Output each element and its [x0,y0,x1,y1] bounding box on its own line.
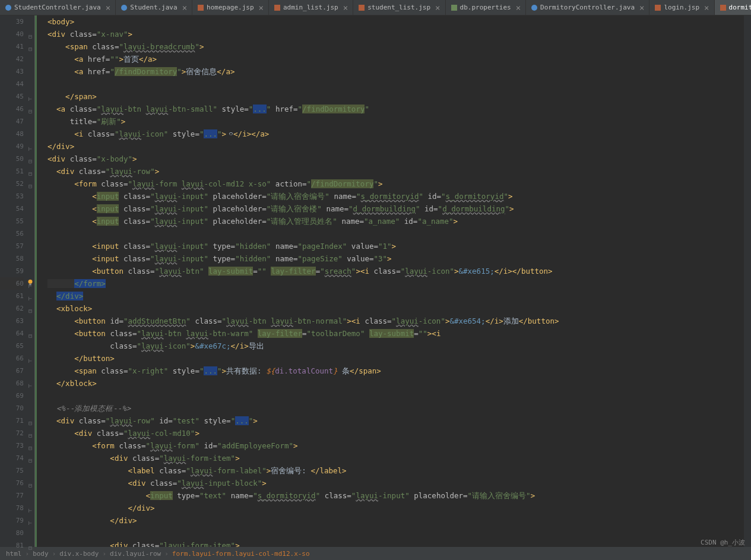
tab-label: db.properties [460,4,511,11]
tab-homepage[interactable]: homepage.jsp× [192,0,269,15]
line-number: 80 [0,527,24,539]
tab-db-properties[interactable]: db.properties× [446,0,527,15]
close-icon[interactable]: × [639,3,644,12]
breadcrumb-item-active[interactable]: form.layui-form.layui-col-md12.x-so [172,550,310,558]
code-editor[interactable]: <body> <div class="x-nav"> <span class="… [35,15,751,547]
line-number: 47 [0,115,24,128]
close-icon[interactable]: × [435,3,440,12]
line-number: 63 [0,315,24,327]
tab-label: homepage.jsp [207,4,253,11]
line-gutter: 39 40⊟ 41⊟ 42 43 44 45⊢ 46⊟ 47 48 49⊢ 50… [0,15,34,547]
fold-icon[interactable]: ⊟ [26,167,32,173]
line-number: 71⊟ [0,415,24,427]
fold-icon[interactable]: ⊟ [26,479,32,485]
tab-label: DormitoryController.java [540,4,635,11]
line-number: 42 [0,53,24,65]
breadcrumb-item[interactable]: body [33,550,49,558]
tab-admin-list[interactable]: admin_list.jsp× [269,0,353,15]
close-icon[interactable]: × [259,3,264,12]
fold-icon[interactable]: ⊟ [26,105,32,111]
tab-label: login.jsp [664,4,699,11]
fold-icon[interactable]: ⊟ [26,442,32,448]
line-number: 57 [0,240,24,252]
fold-icon[interactable]: ⊢ [26,504,32,510]
breadcrumb-item[interactable]: div.layui-row [110,550,161,558]
marker-strip[interactable] [744,15,751,547]
fold-icon[interactable]: ⊟ [26,43,32,49]
fold-icon[interactable]: ⊟ [26,155,32,161]
breadcrumb-item[interactable]: div.x-body [59,550,99,558]
line-number: 73⊟ [0,439,24,452]
fold-icon[interactable]: ⊢ [26,93,32,99]
tab-login[interactable]: login.jsp× [649,0,714,15]
line-number: 77 [0,489,24,502]
fold-icon[interactable]: ⊟ [26,180,32,186]
tab-label: dormitory_list.jsp [729,4,751,11]
svg-point-0 [28,280,33,284]
line-number: 58 [0,252,24,265]
svg-rect-1 [29,284,31,286]
line-number: 74⊟ [0,452,24,464]
line-number: 46⊟ [0,103,24,115]
line-number: 40⊟ [0,28,24,40]
fold-icon[interactable]: ⊢ [26,143,32,148]
line-number: 61⊢ [0,290,24,302]
editor-tabs: StudentController.java× Student.java× ho… [0,0,751,15]
line-number: 79⊢ [0,514,24,527]
line-number: 69 [0,390,24,402]
fold-icon[interactable]: ⊟ [26,30,32,36]
fold-icon[interactable]: ⊟ [26,305,32,311]
fold-icon[interactable]: ⊢ [26,379,32,385]
fold-icon[interactable]: ⊢ [26,355,32,360]
line-number: 70 [0,402,24,415]
intention-bulb-icon[interactable] [26,279,34,287]
close-icon[interactable]: × [182,3,187,12]
line-number: 68⊢ [0,377,24,390]
close-icon[interactable]: × [343,3,348,12]
tab-dormitory-controller[interactable]: DormitoryController.java× [526,0,649,15]
line-number: 64⊟ [0,327,24,340]
line-number: 60⊢ [0,277,24,290]
fold-icon[interactable]: ⊢ [26,517,32,523]
close-icon[interactable]: × [516,3,521,12]
line-number: 54 [0,203,24,215]
line-number: 45⊢ [0,90,24,103]
close-icon[interactable]: × [704,3,709,12]
tab-label: Student.java [130,4,177,11]
line-number: 43 [0,65,24,78]
tab-label: admin_list.jsp [283,4,338,11]
tab-student-controller[interactable]: StudentController.java× [0,0,116,15]
line-number: 53 [0,190,24,203]
line-number: 78⊢ [0,502,24,514]
fold-icon[interactable]: ⊟ [26,330,32,336]
tab-label: StudentController.java [14,4,101,11]
line-number: 49⊢ [0,140,24,153]
line-number: 55 [0,215,24,227]
line-number: 67 [0,365,24,377]
line-number: 62⊟ [0,302,24,315]
line-number: 44 [0,78,24,90]
line-number: 41⊟ [0,40,24,53]
line-number: 75 [0,464,24,477]
editor-area: 39 40⊟ 41⊟ 42 43 44 45⊢ 46⊟ 47 48 49⊢ 50… [0,15,751,547]
line-number: 51⊟ [0,165,24,178]
line-number: 76⊟ [0,477,24,489]
watermark-text: CSDN @h_小波 [701,538,745,547]
fold-icon[interactable]: ⊟ [26,429,32,435]
line-number: 39 [0,15,24,28]
line-number: 50⊟ [0,153,24,165]
close-icon[interactable]: × [106,3,110,12]
tab-dormitory-list[interactable]: dormitory_list.jsp× [715,0,751,15]
line-number: 66⊢ [0,352,24,365]
fold-icon[interactable]: ⊟ [26,417,32,423]
tab-student-list[interactable]: student_list.jsp× [353,0,445,15]
line-number: 56 [0,227,24,240]
fold-icon[interactable]: ⊟ [26,542,32,548]
line-number: 65 [0,340,24,352]
fold-icon[interactable]: ⊟ [26,454,32,460]
fold-icon[interactable]: ⊢ [26,292,32,298]
tab-student[interactable]: Student.java× [116,0,192,15]
tab-label: student_list.jsp [367,4,430,11]
line-number: 59 [0,265,24,277]
line-number: 48 [0,128,24,140]
